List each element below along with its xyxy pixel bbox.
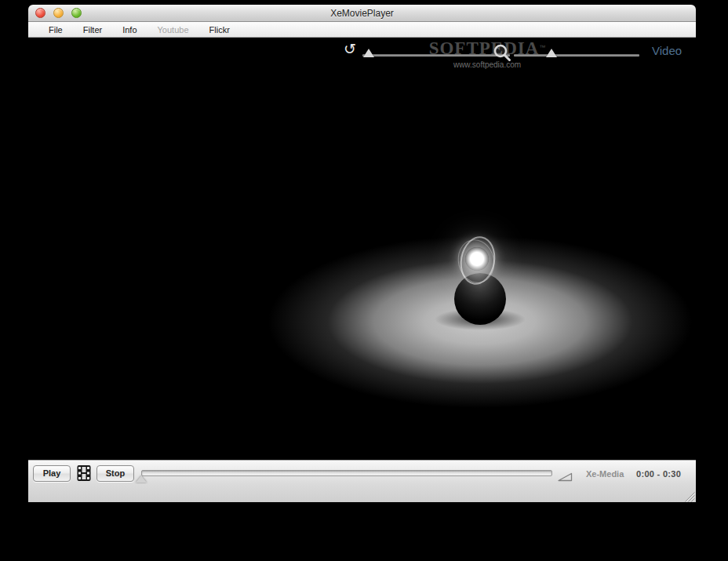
resize-grip-icon[interactable] <box>685 491 695 501</box>
menu-filter[interactable]: Filter <box>83 25 102 35</box>
rate-slider[interactable] <box>362 54 510 56</box>
watermark-url: www.softpedia.com <box>397 60 577 69</box>
rate-slider-thumb[interactable] <box>363 49 374 57</box>
filmstrip-icon[interactable] <box>76 464 92 485</box>
menu-info[interactable]: Info <box>122 25 136 35</box>
transport-bar: Play Stop Xe-Media 0:00 - 0:30 <box>28 460 696 502</box>
window-title: XeMoviePlayer <box>28 8 696 19</box>
stop-button[interactable]: Stop <box>96 465 134 482</box>
video-mode-label[interactable]: Video <box>652 44 682 57</box>
app-window: XeMoviePlayer File Filter Info Youtube F… <box>28 5 696 502</box>
glowing-orb <box>465 247 489 271</box>
volume-slider[interactable] <box>514 54 639 56</box>
title-bar[interactable]: XeMoviePlayer <box>28 5 696 22</box>
xe-media-label: Xe-Media <box>586 469 624 479</box>
volume-wedge-icon[interactable] <box>558 471 573 485</box>
menu-file[interactable]: File <box>49 25 63 35</box>
video-display: ↺ SOFTPEDIA™ www.softpedia.com Video <box>28 38 696 460</box>
time-display: 0:00 - 0:30 <box>636 469 681 479</box>
trademark-symbol: ™ <box>539 44 545 51</box>
play-button[interactable]: Play <box>33 465 71 482</box>
seek-playhead[interactable] <box>136 475 147 483</box>
volume-slider-thumb[interactable] <box>546 49 557 57</box>
magnifier-icon <box>493 43 513 67</box>
menu-flickr[interactable]: Flickr <box>209 25 230 35</box>
menu-bar: File Filter Info Youtube Flickr <box>28 22 696 38</box>
seek-bar[interactable] <box>141 470 552 476</box>
desktop: { "window": { "title": "XeMoviePlayer" }… <box>0 0 728 561</box>
rotate-icon[interactable]: ↺ <box>344 42 356 56</box>
menu-youtube: Youtube <box>158 25 189 35</box>
